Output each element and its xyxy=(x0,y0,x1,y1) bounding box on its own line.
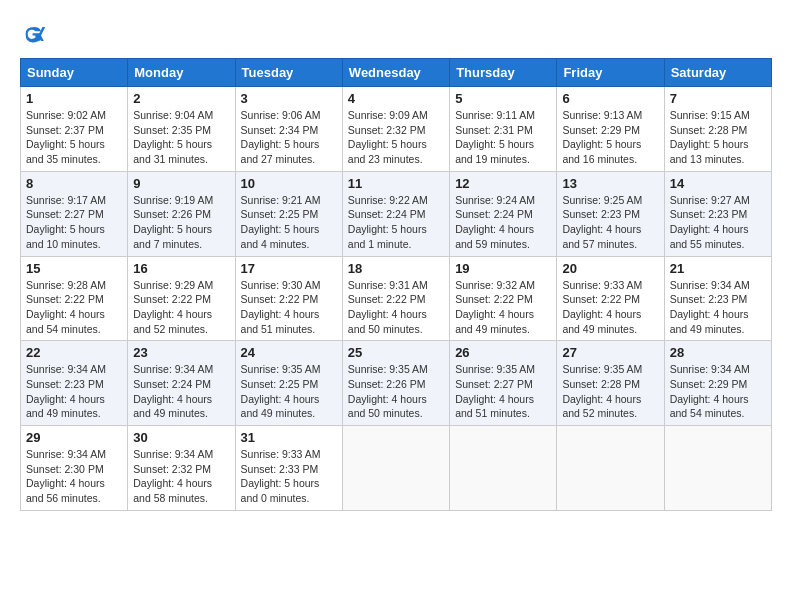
calendar-cell: 6 Sunrise: 9:13 AMSunset: 2:29 PMDayligh… xyxy=(557,87,664,172)
day-number: 12 xyxy=(455,176,551,191)
calendar-cell: 12 Sunrise: 9:24 AMSunset: 2:24 PMDaylig… xyxy=(450,171,557,256)
day-info: Sunrise: 9:11 AMSunset: 2:31 PMDaylight:… xyxy=(455,109,535,165)
day-number: 8 xyxy=(26,176,122,191)
day-number: 20 xyxy=(562,261,658,276)
calendar-cell xyxy=(342,426,449,511)
day-info: Sunrise: 9:28 AMSunset: 2:22 PMDaylight:… xyxy=(26,279,106,335)
calendar-cell: 13 Sunrise: 9:25 AMSunset: 2:23 PMDaylig… xyxy=(557,171,664,256)
day-info: Sunrise: 9:35 AMSunset: 2:26 PMDaylight:… xyxy=(348,363,428,419)
day-info: Sunrise: 9:34 AMSunset: 2:24 PMDaylight:… xyxy=(133,363,213,419)
calendar-cell: 5 Sunrise: 9:11 AMSunset: 2:31 PMDayligh… xyxy=(450,87,557,172)
day-number: 21 xyxy=(670,261,766,276)
day-number: 4 xyxy=(348,91,444,106)
day-info: Sunrise: 9:17 AMSunset: 2:27 PMDaylight:… xyxy=(26,194,106,250)
day-info: Sunrise: 9:04 AMSunset: 2:35 PMDaylight:… xyxy=(133,109,213,165)
day-number: 22 xyxy=(26,345,122,360)
day-info: Sunrise: 9:27 AMSunset: 2:23 PMDaylight:… xyxy=(670,194,750,250)
day-info: Sunrise: 9:31 AMSunset: 2:22 PMDaylight:… xyxy=(348,279,428,335)
day-number: 31 xyxy=(241,430,337,445)
day-info: Sunrise: 9:32 AMSunset: 2:22 PMDaylight:… xyxy=(455,279,535,335)
weekday-header-tuesday: Tuesday xyxy=(235,59,342,87)
weekday-header-saturday: Saturday xyxy=(664,59,771,87)
calendar-cell: 18 Sunrise: 9:31 AMSunset: 2:22 PMDaylig… xyxy=(342,256,449,341)
day-info: Sunrise: 9:33 AMSunset: 2:33 PMDaylight:… xyxy=(241,448,321,504)
day-info: Sunrise: 9:34 AMSunset: 2:29 PMDaylight:… xyxy=(670,363,750,419)
weekday-header-wednesday: Wednesday xyxy=(342,59,449,87)
calendar-cell: 24 Sunrise: 9:35 AMSunset: 2:25 PMDaylig… xyxy=(235,341,342,426)
day-info: Sunrise: 9:34 AMSunset: 2:23 PMDaylight:… xyxy=(670,279,750,335)
day-info: Sunrise: 9:19 AMSunset: 2:26 PMDaylight:… xyxy=(133,194,213,250)
day-info: Sunrise: 9:15 AMSunset: 2:28 PMDaylight:… xyxy=(670,109,750,165)
calendar-cell: 11 Sunrise: 9:22 AMSunset: 2:24 PMDaylig… xyxy=(342,171,449,256)
calendar-cell: 19 Sunrise: 9:32 AMSunset: 2:22 PMDaylig… xyxy=(450,256,557,341)
calendar-cell: 1 Sunrise: 9:02 AMSunset: 2:37 PMDayligh… xyxy=(21,87,128,172)
day-number: 28 xyxy=(670,345,766,360)
weekday-header-monday: Monday xyxy=(128,59,235,87)
day-number: 1 xyxy=(26,91,122,106)
day-number: 13 xyxy=(562,176,658,191)
page-header xyxy=(20,20,772,48)
day-number: 29 xyxy=(26,430,122,445)
calendar-cell: 3 Sunrise: 9:06 AMSunset: 2:34 PMDayligh… xyxy=(235,87,342,172)
calendar-cell: 10 Sunrise: 9:21 AMSunset: 2:25 PMDaylig… xyxy=(235,171,342,256)
day-number: 10 xyxy=(241,176,337,191)
calendar-cell: 23 Sunrise: 9:34 AMSunset: 2:24 PMDaylig… xyxy=(128,341,235,426)
calendar-cell: 22 Sunrise: 9:34 AMSunset: 2:23 PMDaylig… xyxy=(21,341,128,426)
day-info: Sunrise: 9:21 AMSunset: 2:25 PMDaylight:… xyxy=(241,194,321,250)
calendar-week-row: 15 Sunrise: 9:28 AMSunset: 2:22 PMDaylig… xyxy=(21,256,772,341)
day-info: Sunrise: 9:34 AMSunset: 2:30 PMDaylight:… xyxy=(26,448,106,504)
calendar-cell: 4 Sunrise: 9:09 AMSunset: 2:32 PMDayligh… xyxy=(342,87,449,172)
calendar-cell: 26 Sunrise: 9:35 AMSunset: 2:27 PMDaylig… xyxy=(450,341,557,426)
day-info: Sunrise: 9:30 AMSunset: 2:22 PMDaylight:… xyxy=(241,279,321,335)
day-info: Sunrise: 9:25 AMSunset: 2:23 PMDaylight:… xyxy=(562,194,642,250)
calendar-cell: 16 Sunrise: 9:29 AMSunset: 2:22 PMDaylig… xyxy=(128,256,235,341)
logo xyxy=(20,20,52,48)
calendar-cell: 14 Sunrise: 9:27 AMSunset: 2:23 PMDaylig… xyxy=(664,171,771,256)
day-info: Sunrise: 9:34 AMSunset: 2:32 PMDaylight:… xyxy=(133,448,213,504)
day-number: 25 xyxy=(348,345,444,360)
day-number: 3 xyxy=(241,91,337,106)
calendar-cell xyxy=(557,426,664,511)
day-number: 16 xyxy=(133,261,229,276)
day-number: 30 xyxy=(133,430,229,445)
calendar-cell xyxy=(664,426,771,511)
day-info: Sunrise: 9:33 AMSunset: 2:22 PMDaylight:… xyxy=(562,279,642,335)
day-number: 5 xyxy=(455,91,551,106)
day-number: 6 xyxy=(562,91,658,106)
day-info: Sunrise: 9:13 AMSunset: 2:29 PMDaylight:… xyxy=(562,109,642,165)
calendar-cell: 8 Sunrise: 9:17 AMSunset: 2:27 PMDayligh… xyxy=(21,171,128,256)
day-number: 9 xyxy=(133,176,229,191)
day-number: 18 xyxy=(348,261,444,276)
day-number: 24 xyxy=(241,345,337,360)
calendar-cell: 20 Sunrise: 9:33 AMSunset: 2:22 PMDaylig… xyxy=(557,256,664,341)
calendar-table: SundayMondayTuesdayWednesdayThursdayFrid… xyxy=(20,58,772,511)
calendar-week-row: 22 Sunrise: 9:34 AMSunset: 2:23 PMDaylig… xyxy=(21,341,772,426)
day-number: 11 xyxy=(348,176,444,191)
day-info: Sunrise: 9:35 AMSunset: 2:27 PMDaylight:… xyxy=(455,363,535,419)
calendar-cell xyxy=(450,426,557,511)
day-number: 14 xyxy=(670,176,766,191)
calendar-cell: 28 Sunrise: 9:34 AMSunset: 2:29 PMDaylig… xyxy=(664,341,771,426)
day-number: 7 xyxy=(670,91,766,106)
weekday-header-friday: Friday xyxy=(557,59,664,87)
calendar-week-row: 1 Sunrise: 9:02 AMSunset: 2:37 PMDayligh… xyxy=(21,87,772,172)
calendar-cell: 9 Sunrise: 9:19 AMSunset: 2:26 PMDayligh… xyxy=(128,171,235,256)
calendar-cell: 30 Sunrise: 9:34 AMSunset: 2:32 PMDaylig… xyxy=(128,426,235,511)
calendar-cell: 2 Sunrise: 9:04 AMSunset: 2:35 PMDayligh… xyxy=(128,87,235,172)
calendar-cell: 15 Sunrise: 9:28 AMSunset: 2:22 PMDaylig… xyxy=(21,256,128,341)
calendar-cell: 27 Sunrise: 9:35 AMSunset: 2:28 PMDaylig… xyxy=(557,341,664,426)
day-number: 23 xyxy=(133,345,229,360)
day-info: Sunrise: 9:22 AMSunset: 2:24 PMDaylight:… xyxy=(348,194,428,250)
calendar-cell: 7 Sunrise: 9:15 AMSunset: 2:28 PMDayligh… xyxy=(664,87,771,172)
weekday-header-thursday: Thursday xyxy=(450,59,557,87)
day-number: 26 xyxy=(455,345,551,360)
day-number: 17 xyxy=(241,261,337,276)
day-number: 15 xyxy=(26,261,122,276)
day-info: Sunrise: 9:02 AMSunset: 2:37 PMDaylight:… xyxy=(26,109,106,165)
calendar-cell: 17 Sunrise: 9:30 AMSunset: 2:22 PMDaylig… xyxy=(235,256,342,341)
day-info: Sunrise: 9:06 AMSunset: 2:34 PMDaylight:… xyxy=(241,109,321,165)
calendar-cell: 21 Sunrise: 9:34 AMSunset: 2:23 PMDaylig… xyxy=(664,256,771,341)
calendar-header-row: SundayMondayTuesdayWednesdayThursdayFrid… xyxy=(21,59,772,87)
weekday-header-sunday: Sunday xyxy=(21,59,128,87)
day-info: Sunrise: 9:34 AMSunset: 2:23 PMDaylight:… xyxy=(26,363,106,419)
